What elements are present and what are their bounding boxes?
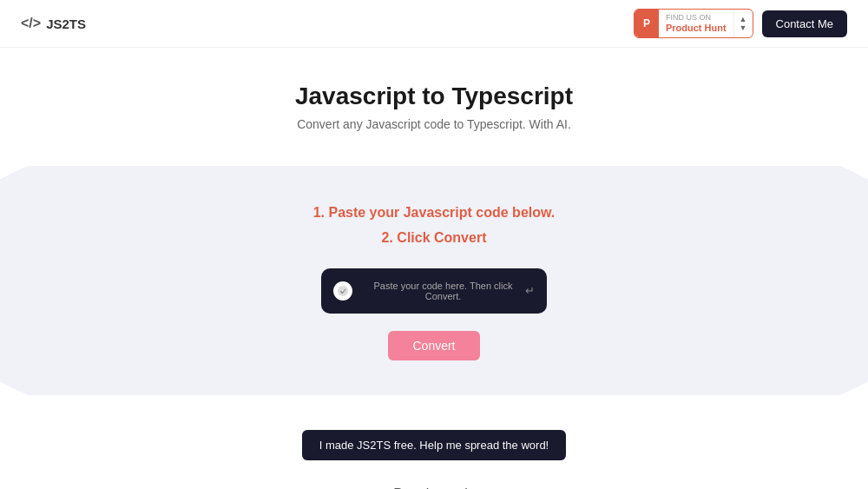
convert-button[interactable]: Convert xyxy=(388,331,479,360)
wave-content: 1. Paste your Javascript code below. 2. … xyxy=(17,201,851,360)
enter-icon: ↵ xyxy=(525,284,535,297)
spread-button[interactable]: I made JS2TS free. Help me spread the wo… xyxy=(302,430,566,460)
logo-icon: </> xyxy=(21,16,41,31)
code-input-icon xyxy=(333,281,352,301)
ph-arrows: ▲ ▼ xyxy=(733,10,753,37)
popular-title: Popular tools xyxy=(17,486,851,489)
popular-section: Popular tools Javascript to Typescript P… xyxy=(0,478,868,489)
logo: </> JS2TS xyxy=(21,16,86,31)
ph-text: FIND US ON Product Hunt xyxy=(659,13,733,34)
svg-point-0 xyxy=(338,286,348,296)
page-title: Javascript to Typescript xyxy=(17,83,851,110)
contact-button[interactable]: Contact Me xyxy=(762,10,847,37)
product-hunt-badge[interactable]: P FIND US ON Product Hunt ▲ ▼ xyxy=(634,9,753,38)
header-right: P FIND US ON Product Hunt ▲ ▼ Contact Me xyxy=(634,9,847,38)
code-input-wrapper: Paste your code here. Then click Convert… xyxy=(17,268,851,314)
step-1: 1. Paste your Javascript code below. xyxy=(17,201,851,226)
spread-section: I made JS2TS free. Help me spread the wo… xyxy=(0,421,868,478)
steps: 1. Paste your Javascript code below. 2. … xyxy=(17,201,851,251)
step-2: 2. Click Convert xyxy=(17,226,851,251)
code-input-box[interactable]: Paste your code here. Then click Convert… xyxy=(321,268,547,314)
code-input-area: Paste your code here. Then click Convert… xyxy=(361,281,535,301)
hero-subtitle: Convert any Javascript code to Typescrip… xyxy=(17,117,851,131)
code-placeholder: Paste your code here. Then click Convert… xyxy=(361,281,525,301)
header: </> JS2TS P FIND US ON Product Hunt ▲ ▼ … xyxy=(0,0,868,48)
hero-section: Javascript to Typescript Convert any Jav… xyxy=(0,48,868,149)
ph-icon: P xyxy=(635,10,659,37)
wave-section: 1. Paste your Javascript code below. 2. … xyxy=(0,166,868,395)
logo-text: JS2TS xyxy=(46,17,86,31)
